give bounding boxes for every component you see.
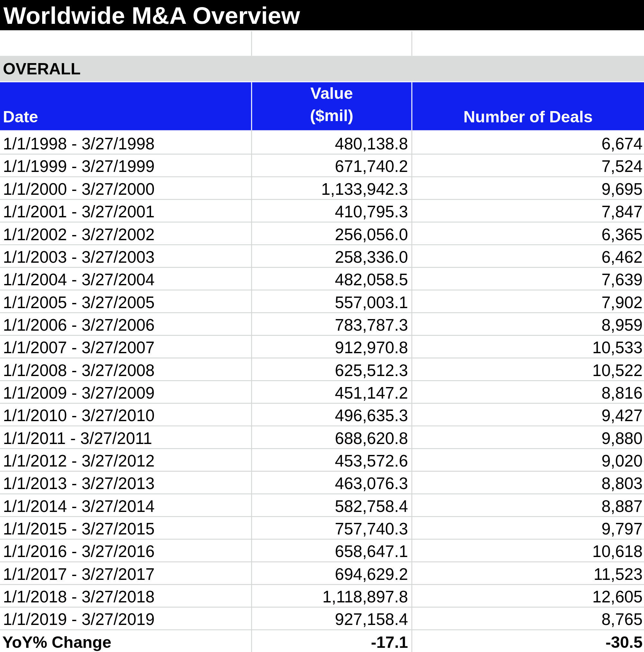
svg-text:912,970.8: 912,970.8 <box>335 338 408 357</box>
svg-text:1/1/2013 - 3/27/2013: 1/1/2013 - 3/27/2013 <box>3 474 155 493</box>
svg-text:Number of Deals: Number of Deals <box>463 108 592 126</box>
svg-text:11,523: 11,523 <box>593 565 642 583</box>
svg-text:1/1/2018 - 3/27/2018: 1/1/2018 - 3/27/2018 <box>3 588 155 606</box>
svg-text:8,959: 8,959 <box>601 316 643 334</box>
svg-text:1/1/2019 - 3/27/2019: 1/1/2019 - 3/27/2019 <box>3 610 155 628</box>
svg-text:1/1/1998 - 3/27/1998: 1/1/1998 - 3/27/1998 <box>3 135 155 153</box>
svg-text:9,797: 9,797 <box>601 520 643 538</box>
svg-text:688,620.8: 688,620.8 <box>335 429 408 447</box>
svg-text:757,740.3: 757,740.3 <box>335 520 408 538</box>
svg-text:-17.1: -17.1 <box>371 633 408 651</box>
svg-text:7,524: 7,524 <box>601 157 643 175</box>
svg-text:671,740.2: 671,740.2 <box>335 157 408 175</box>
svg-text:-30.5: -30.5 <box>606 633 642 651</box>
svg-text:1/1/2011 - 3/27/2011: 1/1/2011 - 3/27/2011 <box>3 429 152 447</box>
svg-text:($mil): ($mil) <box>310 106 353 125</box>
svg-text:1/1/2014 - 3/27/2014: 1/1/2014 - 3/27/2014 <box>3 497 155 515</box>
svg-text:10,522: 10,522 <box>592 361 643 380</box>
svg-text:8,803: 8,803 <box>601 474 643 493</box>
svg-text:6,365: 6,365 <box>601 225 643 244</box>
svg-text:1/1/2002 - 3/27/2002: 1/1/2002 - 3/27/2002 <box>3 225 155 244</box>
svg-text:7,847: 7,847 <box>601 202 643 221</box>
svg-text:658,647.1: 658,647.1 <box>335 542 408 561</box>
svg-text:451,147.2: 451,147.2 <box>335 384 408 402</box>
svg-text:12,605: 12,605 <box>592 588 643 606</box>
svg-text:1/1/2004 - 3/27/2004: 1/1/2004 - 3/27/2004 <box>3 270 155 289</box>
svg-text:9,427: 9,427 <box>601 406 643 425</box>
svg-text:1/1/1999 - 3/27/1999: 1/1/1999 - 3/27/1999 <box>3 157 155 175</box>
svg-text:1/1/2017 - 3/27/2017: 1/1/2017 - 3/27/2017 <box>3 565 155 583</box>
svg-text:8,765: 8,765 <box>601 610 643 628</box>
svg-text:Value: Value <box>311 84 353 102</box>
svg-text:8,887: 8,887 <box>601 497 643 515</box>
svg-text:1/1/2009 - 3/27/2009: 1/1/2009 - 3/27/2009 <box>3 384 155 402</box>
svg-text:1/1/2010 - 3/27/2010: 1/1/2010 - 3/27/2010 <box>3 406 155 425</box>
svg-text:9,020: 9,020 <box>601 452 643 470</box>
svg-text:8,816: 8,816 <box>601 384 643 402</box>
svg-text:6,674: 6,674 <box>601 135 643 153</box>
svg-text:453,572.6: 453,572.6 <box>335 452 408 470</box>
svg-text:410,795.3: 410,795.3 <box>335 202 408 221</box>
svg-text:582,758.4: 582,758.4 <box>335 497 408 515</box>
svg-text:625,512.3: 625,512.3 <box>335 361 408 380</box>
svg-text:783,787.3: 783,787.3 <box>335 316 408 334</box>
svg-text:557,003.1: 557,003.1 <box>335 293 408 312</box>
svg-text:1/1/2003 - 3/27/2003: 1/1/2003 - 3/27/2003 <box>3 248 155 266</box>
svg-text:1/1/2005 - 3/27/2005: 1/1/2005 - 3/27/2005 <box>3 293 155 312</box>
svg-text:1/1/2000 - 3/27/2000: 1/1/2000 - 3/27/2000 <box>3 180 155 198</box>
svg-text:10,618: 10,618 <box>592 542 643 561</box>
svg-text:1/1/2016 - 3/27/2016: 1/1/2016 - 3/27/2016 <box>3 542 155 561</box>
svg-text:6,462: 6,462 <box>601 248 643 266</box>
svg-text:463,076.3: 463,076.3 <box>335 474 408 493</box>
svg-text:10,533: 10,533 <box>592 338 643 357</box>
svg-text:YoY% Change: YoY% Change <box>2 633 111 651</box>
svg-text:1/1/2012 - 3/27/2012: 1/1/2012 - 3/27/2012 <box>3 452 155 470</box>
svg-text:1/1/2006 - 3/27/2006: 1/1/2006 - 3/27/2006 <box>3 316 155 334</box>
svg-text:480,138.8: 480,138.8 <box>335 135 408 153</box>
svg-text:Date: Date <box>3 108 38 126</box>
svg-text:1,133,942.3: 1,133,942.3 <box>321 180 408 198</box>
svg-text:694,629.2: 694,629.2 <box>335 565 408 583</box>
svg-text:496,635.3: 496,635.3 <box>335 406 408 425</box>
svg-text:256,056.0: 256,056.0 <box>335 225 408 244</box>
svg-text:258,336.0: 258,336.0 <box>335 248 408 266</box>
svg-text:1,118,897.8: 1,118,897.8 <box>322 588 408 606</box>
svg-text:7,639: 7,639 <box>601 270 643 289</box>
svg-text:OVERALL: OVERALL <box>3 60 80 78</box>
svg-text:7,902: 7,902 <box>601 293 643 312</box>
svg-text:1/1/2008 - 3/27/2008: 1/1/2008 - 3/27/2008 <box>3 361 155 380</box>
svg-text:1/1/2015 - 3/27/2015: 1/1/2015 - 3/27/2015 <box>3 520 155 538</box>
svg-text:927,158.4: 927,158.4 <box>335 610 408 628</box>
svg-text:1/1/2001 - 3/27/2001: 1/1/2001 - 3/27/2001 <box>3 202 155 221</box>
svg-text:Worldwide M&A Overview: Worldwide M&A Overview <box>3 2 300 29</box>
svg-text:9,695: 9,695 <box>601 180 643 198</box>
svg-text:482,058.5: 482,058.5 <box>335 270 408 289</box>
svg-text:9,880: 9,880 <box>601 429 643 447</box>
svg-text:1/1/2007 - 3/27/2007: 1/1/2007 - 3/27/2007 <box>3 338 155 357</box>
